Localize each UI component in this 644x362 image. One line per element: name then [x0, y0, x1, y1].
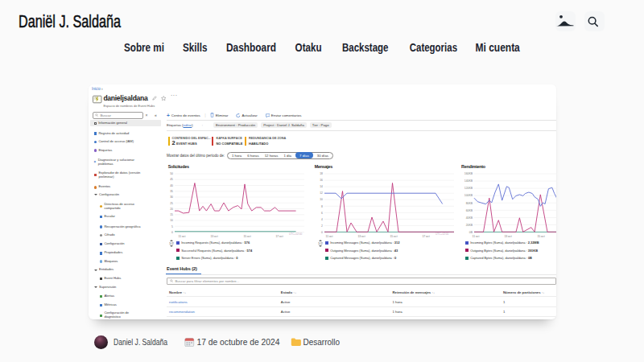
svg-text:0: 0: [321, 231, 323, 234]
svg-text:35: 35: [170, 190, 173, 193]
svg-text:10: 10: [320, 198, 323, 201]
svg-text:0B: 0B: [469, 231, 473, 234]
svg-text:14: 14: [320, 185, 323, 188]
svg-text:20: 20: [170, 208, 173, 211]
svg-text:5: 5: [171, 225, 173, 228]
svg-text:18: 18: [320, 172, 323, 175]
svg-text:8: 8: [321, 205, 323, 208]
svg-text:2: 2: [321, 224, 323, 228]
svg-text:16: 16: [320, 179, 323, 182]
svg-text:17 de octubre de 2024: 17 de octubre de 2024: [197, 337, 281, 347]
svg-text:0: 0: [171, 231, 173, 234]
svg-text:13 oct: 13 oct: [357, 235, 365, 238]
svg-text:13 oct: 13 oct: [210, 235, 217, 238]
svg-text:10: 10: [170, 219, 173, 222]
svg-text:6: 6: [321, 212, 323, 215]
svg-text:12: 12: [320, 191, 323, 195]
svg-text:25: 25: [170, 202, 173, 205]
svg-text:Mi cuenta: Mi cuenta: [476, 41, 520, 54]
svg-text:50: 50: [170, 172, 173, 175]
svg-text:Sobre mi: Sobre mi: [124, 41, 164, 54]
svg-text:Backstage: Backstage: [342, 41, 389, 54]
svg-text:15 oct: 15 oct: [537, 235, 544, 238]
svg-text:100KB: 100KB: [464, 194, 473, 197]
svg-text:80KB: 80KB: [466, 202, 473, 205]
svg-text:15 oct: 15 oct: [390, 235, 397, 238]
svg-text:Daniel J. Saldaña: Daniel J. Saldaña: [114, 337, 167, 347]
svg-text:40: 40: [170, 184, 173, 187]
svg-text:140KB: 140KB: [464, 179, 473, 183]
svg-text:UTC+02:00: UTC+02:00: [436, 232, 449, 236]
svg-text:20KB: 20KB: [466, 224, 473, 227]
svg-text:11 oct: 11 oct: [473, 235, 480, 238]
svg-text:30: 30: [170, 195, 173, 199]
svg-text:17 oct: 17 oct: [275, 235, 283, 238]
svg-text:45: 45: [170, 178, 173, 181]
svg-text:Dashboard: Dashboard: [226, 41, 276, 54]
svg-text:15: 15: [170, 213, 173, 216]
svg-text:Otaku: Otaku: [295, 41, 322, 54]
svg-text:40KB: 40KB: [466, 216, 473, 220]
svg-text:15 oct: 15 oct: [243, 235, 250, 238]
svg-text:11 oct: 11 oct: [179, 235, 186, 238]
svg-text:4: 4: [321, 218, 323, 221]
svg-text:Daniël J. Saldaña: Daniël J. Saldaña: [19, 12, 121, 31]
svg-text:13 oct: 13 oct: [504, 235, 511, 238]
svg-text:Desarrollo: Desarrollo: [303, 337, 341, 347]
svg-text:UTC+02:00: UTC+02:00: [289, 232, 303, 236]
svg-text:Skills: Skills: [183, 41, 208, 54]
svg-text:60KB: 60KB: [466, 209, 473, 212]
svg-text:160KB: 160KB: [464, 172, 473, 175]
svg-text:11 oct: 11 oct: [326, 235, 333, 238]
svg-text:17 oct: 17 oct: [422, 235, 429, 238]
svg-text:120KB: 120KB: [464, 187, 473, 190]
svg-text:Categorias: Categorias: [410, 41, 457, 54]
